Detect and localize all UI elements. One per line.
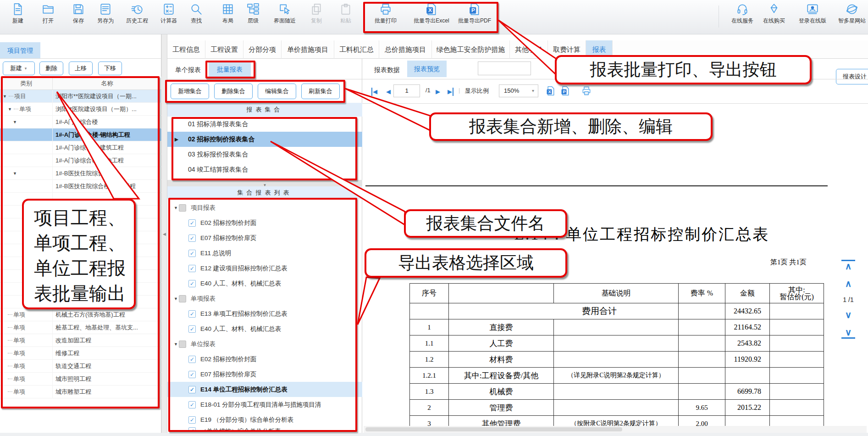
delete-button[interactable]: 删除	[39, 61, 63, 75]
report-set-item[interactable]: ▶02 招标控制价报表集合	[167, 132, 362, 147]
module-tab-3[interactable]: 单价措施项目	[282, 40, 334, 59]
project-tree-row[interactable]: ▼单项浏阳**医院建设项目（一期）...	[0, 103, 161, 116]
collection-report-item[interactable]: ✓E07 招标控制价扉页	[167, 367, 362, 382]
tab-batch-report[interactable]: 批量报表	[209, 61, 251, 77]
expand-icon[interactable]: ▼	[8, 107, 12, 112]
checkbox-checked[interactable]: ✓	[188, 427, 196, 432]
collection-report-item[interactable]: ✓E02 招标控制价封面	[167, 352, 362, 367]
project-tree-row[interactable]: 单项城市照明工程	[0, 373, 161, 386]
report-set-item[interactable]: 03 投标报价报表集合	[167, 147, 362, 162]
collection-report-group[interactable]: ▼项目报表	[167, 200, 362, 215]
project-tree-row[interactable]: 单项城市雕塑工程	[0, 386, 161, 398]
export-excel-icon[interactable]: X	[546, 86, 556, 96]
checkbox-checked[interactable]: ✓	[188, 310, 196, 318]
toolbar-button-print[interactable]: 批量打印	[360, 3, 411, 25]
project-tree-row[interactable]: ▼1#-A门诊综合楼	[0, 116, 161, 129]
collection-report-item[interactable]: ✓E19 （分部分项）综合单价分析表	[167, 412, 362, 427]
new-button[interactable]: 新建 ▾	[3, 61, 35, 75]
scroll-up-icon[interactable]: ∧	[841, 279, 855, 289]
checkbox-checked[interactable]: ✓	[188, 235, 196, 242]
checkbox-checked[interactable]: ✓	[188, 416, 196, 424]
scroll-down-icon[interactable]: ∨	[841, 310, 855, 320]
expand-icon[interactable]: ▼	[13, 120, 17, 124]
expand-icon[interactable]: ▼	[3, 94, 7, 99]
collection-report-item[interactable]: ✓E40 人工、材料、机械汇总表	[167, 321, 362, 336]
expand-icon[interactable]: ▼	[13, 171, 17, 176]
project-tree-row[interactable]: 1#-B医技住院综合楼-建筑工程	[0, 180, 161, 193]
horizontal-scrollbar[interactable]	[364, 426, 867, 433]
project-tree-row[interactable]: 单项轨道交通工程	[0, 360, 161, 373]
collection-report-item[interactable]: ✓E11 总说明	[167, 246, 362, 261]
expand-icon[interactable]: ▼	[174, 206, 178, 210]
project-tree-row[interactable]: 1#-A门诊综合楼-装饰工程	[0, 154, 161, 167]
module-tab-5[interactable]: 总价措施项目	[379, 40, 432, 59]
move-down-button[interactable]: 下移	[98, 61, 122, 75]
project-tree-row[interactable]: 单项改造加固工程	[0, 334, 161, 347]
project-tree-row[interactable]: 1#-A门诊综合楼-钢结构工程	[0, 129, 161, 141]
checkbox-checked[interactable]: ✓	[188, 280, 196, 287]
project-tree-row[interactable]: 单项桩基工程、地基处理、基坑支...	[0, 321, 161, 334]
module-tab-6[interactable]: 绿色施工安全防护措施	[432, 40, 510, 59]
collection-report-item[interactable]: ✓E12 建设项目招标控制价汇总表	[167, 261, 362, 276]
report-set-item[interactable]: 01 招标清单报表集合	[167, 117, 362, 132]
checkbox-checked[interactable]: ✓	[188, 265, 196, 272]
collection-report-item[interactable]: ✓E14 单位工程招标控制价汇总表	[167, 382, 362, 397]
prev-page-icon[interactable]: ◀	[386, 88, 391, 96]
scroll-bottom-icon[interactable]: ∨	[841, 327, 855, 339]
checkbox-indeterminate[interactable]	[179, 204, 186, 212]
checkbox-checked[interactable]: ✓	[188, 356, 196, 363]
toolbar-button-pdf-export[interactable]: P批量导出PDF	[449, 3, 500, 25]
module-tab-1[interactable]: 工程设置	[205, 40, 243, 59]
refresh-set-button[interactable]: 刷新集合	[301, 84, 340, 99]
collection-report-item[interactable]: ✓E40 人工、材料、机械汇总表	[167, 276, 362, 291]
export-pdf-icon[interactable]: P	[560, 86, 570, 96]
next-page-icon[interactable]: ▶	[436, 88, 440, 96]
module-tab-0[interactable]: 工程信息	[167, 40, 205, 59]
expand-icon[interactable]: ▼	[174, 342, 178, 347]
collapse-left-icon[interactable]: ◀	[163, 232, 166, 236]
edit-set-button[interactable]: 编辑集合	[258, 84, 296, 99]
panel-splitter[interactable]: ◀	[161, 34, 167, 433]
page-number-input[interactable]: 1	[393, 84, 420, 97]
delete-set-button[interactable]: 删除集合	[214, 84, 253, 99]
checkbox-checked[interactable]: ✓	[188, 371, 196, 378]
first-page-icon[interactable]: ◀	[371, 88, 377, 96]
collection-report-item[interactable]: ✓E02 招标控制价封面	[167, 215, 362, 230]
module-tab-4[interactable]: 工料机汇总	[334, 40, 379, 59]
print-icon[interactable]	[581, 86, 592, 96]
collection-report-group[interactable]: ▼单项报表	[167, 291, 362, 306]
project-tree-row[interactable]: 单项维修工程	[0, 347, 161, 360]
checkbox-checked[interactable]: ✓	[188, 386, 196, 393]
project-tree-row[interactable]: 单项机械土石方(强夯地基)工程	[0, 308, 161, 321]
last-page-icon[interactable]: ▶	[448, 88, 453, 96]
checkbox-checked[interactable]: ✓	[188, 250, 196, 257]
checkbox-checked[interactable]: ✓	[188, 325, 196, 333]
zoom-select[interactable]: 150% ▾	[499, 84, 538, 97]
scrollbar-thumb[interactable]	[365, 427, 622, 431]
report-set-item[interactable]: 04 竣工结算报表集合	[167, 162, 362, 177]
tab-project-management[interactable]: 项目管理	[0, 42, 40, 59]
project-tree-row[interactable]: ▼项目浏阳市**医院建设项目（一期...	[0, 90, 161, 103]
move-up-button[interactable]: 上移	[69, 61, 93, 75]
scroll-top-icon[interactable]: ∧	[841, 260, 855, 271]
expand-icon[interactable]: ▼	[174, 296, 178, 301]
list-splitter[interactable]: ▼	[167, 180, 362, 186]
tab-single-report[interactable]: 单个报表	[170, 63, 206, 76]
project-tree-row[interactable]: 1#-A门诊综合楼-建筑工程	[0, 141, 161, 154]
checkbox-checked[interactable]: ✓	[188, 219, 196, 227]
module-tab-2[interactable]: 分部分项	[243, 40, 282, 59]
collection-report-item[interactable]: ✓（单价措施）综合单价分析表	[167, 427, 362, 432]
tab-report-preview[interactable]: 报表预览	[407, 61, 447, 77]
collection-report-item[interactable]: ✓E07 招标控制价扉页	[167, 230, 362, 246]
report-search-input[interactable]	[478, 61, 531, 75]
collection-report-group[interactable]: ▼单位报表	[167, 336, 362, 352]
checkbox-indeterminate[interactable]	[179, 295, 186, 302]
toolbar-button-globe[interactable]: 智多星网站	[827, 3, 868, 25]
tab-report-data[interactable]: 报表数据	[368, 62, 406, 77]
checkbox-indeterminate[interactable]	[179, 341, 186, 348]
checkbox-checked[interactable]: ✓	[188, 401, 196, 408]
project-tree-row[interactable]: ▼1#-B医技住院综合楼	[0, 167, 161, 180]
collection-report-item[interactable]: ✓E18-01 分部分项工程项目清单与措施项目清	[167, 397, 362, 412]
module-tab-7[interactable]: 其他项目	[510, 40, 548, 59]
add-set-button[interactable]: 新增集合	[171, 84, 209, 99]
